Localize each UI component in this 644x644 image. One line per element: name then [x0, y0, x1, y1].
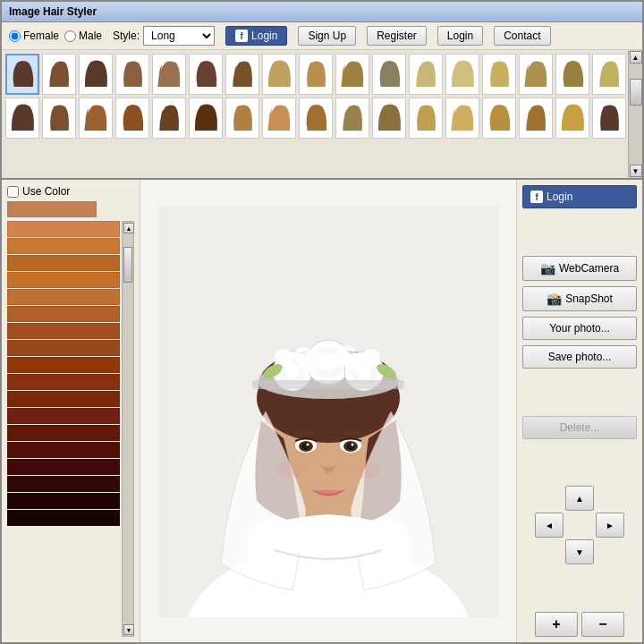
male-radio-label[interactable]: Male: [64, 30, 102, 42]
delete-button: Delete...: [522, 416, 637, 439]
snapshot-button[interactable]: 📸 SnapShot: [522, 286, 637, 311]
your-photo-button[interactable]: Your photo...: [522, 317, 637, 340]
hair-item[interactable]: [42, 97, 76, 139]
hair-item[interactable]: [482, 97, 516, 139]
zoom-out-button[interactable]: −: [581, 612, 624, 637]
snapshot-label: SnapShot: [565, 292, 613, 305]
color-scroll-up[interactable]: ▲: [123, 223, 134, 233]
hair-item[interactable]: [555, 97, 589, 139]
color-swatch[interactable]: [7, 374, 120, 390]
nav-right-button[interactable]: ►: [596, 513, 624, 538]
webcamera-button[interactable]: 📷 WebCamera: [522, 256, 637, 281]
hair-item[interactable]: [152, 97, 186, 139]
hair-style-icon: [411, 56, 440, 92]
save-photo-button[interactable]: Save photo...: [522, 345, 637, 369]
color-swatch[interactable]: [7, 476, 120, 492]
hair-item[interactable]: [115, 54, 149, 95]
scroll-down-arrow[interactable]: ▼: [630, 165, 642, 177]
hair-item[interactable]: [189, 54, 223, 95]
color-swatch[interactable]: [7, 357, 120, 373]
hair-item[interactable]: [445, 97, 479, 139]
style-select[interactable]: Long Short Medium: [143, 26, 215, 46]
hair-item[interactable]: [42, 54, 76, 95]
register-button[interactable]: Register: [367, 26, 427, 46]
hair-item[interactable]: [5, 54, 39, 95]
color-swatch[interactable]: [7, 459, 120, 475]
nav-down-button[interactable]: ▼: [565, 539, 594, 564]
nav-pad: ▲ ◄ ► ▼: [522, 486, 637, 564]
color-swatch[interactable]: [7, 255, 120, 271]
female-radio[interactable]: [9, 30, 21, 42]
hair-item[interactable]: [79, 54, 113, 95]
hair-style-icon: [45, 56, 73, 92]
color-scrollbar: ▲ ▼: [122, 221, 134, 637]
color-swatch[interactable]: [7, 391, 120, 407]
color-swatch[interactable]: [7, 510, 120, 526]
color-swatch[interactable]: [7, 272, 120, 288]
hair-item[interactable]: [225, 54, 259, 95]
hair-item[interactable]: [225, 97, 259, 139]
hair-item[interactable]: [335, 97, 369, 139]
color-swatch[interactable]: [7, 238, 120, 254]
hair-item[interactable]: [262, 54, 296, 95]
hair-item[interactable]: [335, 54, 369, 95]
hair-item[interactable]: [445, 54, 479, 95]
hair-item[interactable]: [299, 97, 333, 139]
fb-login-large-button[interactable]: f Login: [522, 185, 637, 208]
color-preview[interactable]: [7, 201, 97, 217]
color-swatch[interactable]: [7, 442, 120, 458]
hair-item[interactable]: [372, 54, 406, 95]
color-swatch[interactable]: [7, 425, 120, 441]
hair-item[interactable]: [152, 54, 186, 95]
scroll-thumb[interactable]: [630, 79, 642, 106]
color-scroll-down[interactable]: ▼: [123, 624, 134, 635]
female-radio-label[interactable]: Female: [9, 30, 59, 42]
hair-item[interactable]: [299, 54, 333, 95]
hair-item[interactable]: [555, 54, 589, 95]
hair-style-icon: [265, 56, 293, 92]
hair-item[interactable]: [482, 54, 516, 95]
hair-item[interactable]: [592, 97, 626, 139]
hair-style-icon: [338, 56, 367, 92]
zoom-out-icon: −: [598, 616, 606, 632]
nav-left-icon: ◄: [545, 521, 554, 530]
color-swatch[interactable]: [7, 408, 120, 424]
hair-item[interactable]: [262, 97, 296, 139]
hair-item[interactable]: [79, 97, 113, 139]
login-button[interactable]: Login: [437, 26, 483, 46]
zoom-in-button[interactable]: +: [535, 612, 578, 637]
hair-style-icon: [118, 56, 147, 92]
hair-item[interactable]: [409, 54, 443, 95]
hair-style-icon: [228, 56, 257, 92]
nav-up-button[interactable]: ▲: [565, 486, 594, 511]
color-swatch[interactable]: [7, 323, 120, 339]
hair-item[interactable]: [519, 54, 553, 95]
svg-point-22: [344, 353, 362, 371]
portrait-svg: [158, 206, 498, 617]
hair-item[interactable]: [115, 97, 149, 139]
color-swatch[interactable]: [7, 493, 120, 509]
hair-style-icon: [485, 56, 513, 92]
color-swatch[interactable]: [7, 306, 120, 322]
hair-style-icon: [81, 100, 110, 136]
hair-item[interactable]: [519, 97, 553, 139]
male-radio[interactable]: [64, 30, 76, 42]
hair-style-icon: [595, 100, 623, 136]
hair-item[interactable]: [592, 54, 626, 95]
use-color-checkbox[interactable]: [7, 186, 19, 198]
hair-item[interactable]: [5, 97, 39, 139]
color-swatch[interactable]: [7, 340, 120, 356]
hair-item[interactable]: [409, 97, 443, 139]
color-swatch[interactable]: [7, 289, 120, 305]
hair-style-icon: [301, 100, 330, 136]
color-scroll-thumb[interactable]: [123, 247, 132, 283]
hair-item[interactable]: [189, 97, 223, 139]
signup-button[interactable]: Sign Up: [298, 26, 356, 46]
color-swatch[interactable]: [7, 221, 120, 237]
nav-left-button[interactable]: ◄: [535, 513, 564, 538]
svg-point-14: [319, 353, 337, 371]
fb-login-button[interactable]: f Login: [225, 26, 287, 46]
hair-item[interactable]: [372, 97, 406, 139]
contact-button[interactable]: Contact: [494, 26, 550, 46]
scroll-up-arrow[interactable]: ▲: [630, 51, 642, 64]
